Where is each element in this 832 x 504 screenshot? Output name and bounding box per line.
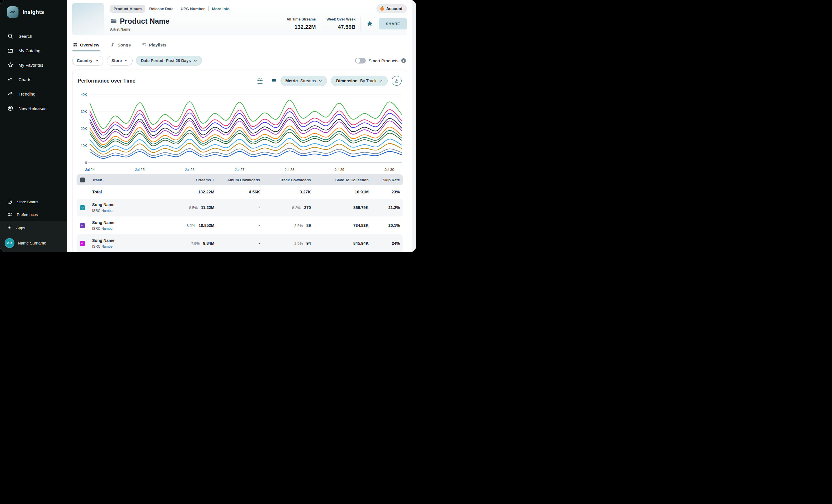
date-period-filter[interactable]: Date Period Past 28 Days	[136, 56, 202, 65]
sidebar-footer: Apps AB Name Surname	[0, 221, 67, 252]
account-label: Account	[386, 6, 402, 11]
chevron-down-icon	[379, 79, 383, 83]
smart-products-toggle[interactable]	[355, 58, 366, 63]
main-area: Product-Album Release Date UPC Number Mo…	[67, 0, 416, 252]
sidebar-item-my-favorites[interactable]: My Favorites	[0, 58, 67, 72]
streams-cell: 8.5%11.22M	[172, 205, 214, 210]
stat-week-over-week: Week Over Week 47.59B	[327, 17, 355, 30]
y-axis-label-20K: 20K	[81, 127, 87, 131]
metric-select[interactable]: Metric Streams	[281, 76, 327, 86]
product-type-badge: Product-Album	[110, 5, 145, 13]
streams-percent: 7.9%	[191, 241, 200, 246]
scrollbar[interactable]	[412, 0, 416, 252]
divider	[361, 17, 361, 31]
tab-overview[interactable]: Overview	[72, 39, 100, 51]
info-icon[interactable]: i	[401, 58, 406, 63]
save-to-collection-value: 869.79K	[313, 205, 369, 210]
sidebar-item-charts[interactable]: Charts	[0, 72, 67, 87]
col-track: Track	[92, 178, 169, 182]
upc-number-link[interactable]: UPC Number	[181, 7, 205, 11]
sidebar-item-new-releases[interactable]: New Releases	[0, 101, 67, 115]
overview-grid-icon	[73, 43, 78, 47]
insights-logo-icon	[7, 6, 19, 18]
row-checkbox[interactable]	[80, 205, 85, 210]
tab-bar: Overview Songs Playlists	[72, 39, 407, 51]
user-menu[interactable]: AB Name Surname	[0, 235, 67, 252]
table-header-row: Track Streams↓ Album Downloads Track Dow…	[77, 174, 403, 185]
x-axis-label-Jul-30: Jul 30	[385, 168, 394, 172]
page-title: Product Name	[120, 17, 170, 25]
release-date-link[interactable]: Release Date	[149, 7, 174, 11]
y-axis-label-30K: 30K	[81, 110, 87, 114]
store-filter[interactable]: Store	[107, 56, 133, 65]
col-streams-sort[interactable]: Streams↓	[172, 177, 214, 182]
row-checkbox[interactable]	[80, 223, 85, 228]
content: Product-Album Release Date UPC Number Mo…	[67, 0, 412, 252]
save-to-collection-value: 734.83K	[313, 223, 369, 228]
streams-percent: 8.5%	[189, 205, 198, 210]
favorite-star-button[interactable]	[366, 20, 373, 27]
col-album-downloads[interactable]: Album Downloads	[217, 178, 260, 182]
track-downloads-percent: 8.2%	[292, 205, 301, 210]
row-checkbox[interactable]	[80, 241, 85, 246]
sidebar-nav: SearchMy CatalogMy FavoritesChartsTrendi…	[0, 29, 67, 115]
song-name: Song Name	[92, 220, 169, 225]
track-downloads-value: 89	[306, 223, 311, 228]
chart-controls: Metric Streams Dimension By Track	[257, 76, 401, 86]
more-info-link[interactable]: More Info	[212, 7, 230, 11]
stat-all-time-streams: All Time Streams 132.22M	[287, 17, 316, 30]
col-save-to-collection[interactable]: Save To Collection	[313, 178, 369, 182]
col-track-downloads[interactable]: Track Downloads	[262, 178, 311, 182]
table-row[interactable]: Song NameISRC Number8.2%10.852M-2.5%8973…	[77, 217, 403, 234]
track-downloads-value: 270	[304, 205, 311, 210]
col-skip-rate[interactable]: Skip Rate	[371, 178, 400, 182]
sidebar-item-label: Charts	[19, 77, 31, 82]
streams-value: 9.84M	[203, 241, 214, 246]
table-row[interactable]: Song NameISRC Number7.9%9.84M-2.9%94845.…	[77, 234, 403, 252]
dimension-select[interactable]: Dimension By Track	[331, 76, 388, 86]
album-art	[72, 3, 104, 35]
x-axis-label-Jul-29: Jul 29	[335, 168, 344, 172]
sidebar-item-label: Trending	[19, 91, 35, 96]
tab-label: Overview	[80, 43, 99, 47]
isrc-number: ISRC Number	[92, 245, 169, 249]
folder-icon	[110, 17, 117, 25]
country-filter[interactable]: Country	[72, 56, 103, 65]
album-downloads-value: -	[217, 241, 260, 246]
sidebar-item-search[interactable]: Search	[0, 29, 67, 43]
track-downloads-percent: 2.9%	[294, 241, 303, 246]
table-row[interactable]: Song NameISRC Number8.5%11.22M-8.2%27086…	[77, 199, 403, 217]
music-note-icon	[110, 43, 115, 47]
tab-playlists[interactable]: Playlists	[141, 39, 167, 51]
area-chart-mode-icon[interactable]	[271, 78, 277, 84]
skip-rate-value: 21.2%	[371, 205, 400, 210]
tab-songs[interactable]: Songs	[110, 39, 131, 51]
skip-rate-value: 20.1%	[371, 223, 400, 228]
streams-cell: 7.9%9.84M	[172, 241, 214, 246]
streams-cell: 8.2%10.852M	[172, 223, 214, 228]
sidebar-item-preferences[interactable]: Preferences	[0, 208, 67, 221]
sidebar-item-my-catalog[interactable]: My Catalog	[0, 43, 67, 58]
brand-label: Insights	[23, 9, 44, 15]
total-label: Total	[92, 190, 169, 194]
sidebar-item-label: My Favorites	[19, 63, 43, 67]
catalog-icon	[7, 47, 14, 54]
track-cell: Song NameISRC Number	[92, 220, 169, 231]
x-axis-label-Jul-25: Jul 25	[135, 168, 145, 172]
header-title-row: Product Name Artist Name All Time Stream…	[110, 17, 407, 31]
sidebar-item-trending[interactable]: Trending	[0, 87, 67, 101]
account-button[interactable]: Account	[376, 4, 407, 13]
sidebar-item-apps[interactable]: Apps	[0, 221, 67, 235]
download-button[interactable]	[392, 76, 401, 86]
brand-home[interactable]: Insights	[0, 0, 67, 19]
select-all-checkbox[interactable]	[80, 177, 85, 183]
skip-rate-value: 24%	[371, 241, 400, 246]
line-chart-mode-icon[interactable]	[257, 77, 263, 84]
isrc-number: ISRC Number	[92, 227, 169, 231]
title-block: Product Name Artist Name	[110, 17, 170, 31]
share-button[interactable]: SHARE	[379, 18, 407, 29]
date-period-label: Date Period	[141, 58, 163, 63]
sidebar-item-store-status[interactable]: Store Status	[0, 195, 67, 208]
track-downloads-cell: 2.9%94	[262, 241, 311, 246]
save-to-collection-value: 845.94K	[313, 241, 369, 246]
